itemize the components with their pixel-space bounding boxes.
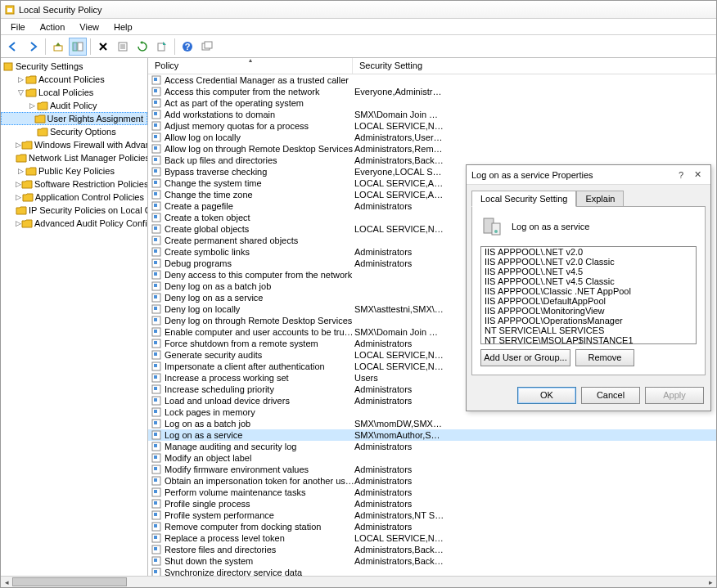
policy-row[interactable]: Synchronize directory service data [148, 567, 716, 576]
policy-icon [151, 201, 163, 211]
tab-explain[interactable]: Explain [576, 191, 624, 207]
policy-name: Manage auditing and security log [165, 442, 354, 451]
forward-button[interactable] [24, 38, 42, 56]
tree-node[interactable]: ▽Local Policies [1, 86, 147, 99]
up-button[interactable] [49, 38, 67, 56]
policy-icon [151, 75, 163, 85]
account-item[interactable]: IIS APPPOOL\.NET v4.5 Classic [481, 276, 696, 286]
tree-node[interactable]: ▷Windows Firewall with Advanced Sec [1, 138, 147, 151]
tree-node[interactable]: User Rights Assignment [1, 112, 147, 125]
policy-row[interactable]: Obtain an impersonation token for anothe… [148, 475, 716, 487]
svg-rect-30 [154, 158, 157, 161]
tree-node[interactable]: ▷Advanced Audit Policy Configuration [1, 217, 147, 230]
scroll-right-icon[interactable]: ▸ [705, 577, 716, 587]
tree-node[interactable]: IP Security Policies on Local Compute [1, 204, 147, 217]
ok-button[interactable]: OK [517, 387, 576, 404]
tree-node-label: Security Options [50, 127, 116, 137]
tree-toggle-icon[interactable]: ▷ [16, 141, 21, 149]
policy-row[interactable]: Allow log on through Remote Desktop Serv… [148, 143, 716, 155]
svg-rect-44 [154, 238, 157, 241]
account-item[interactable]: NT SERVICE\ALL SERVICES [481, 325, 696, 335]
policy-row[interactable]: Access this computer from the networkEve… [148, 86, 716, 97]
accounts-listbox[interactable]: IIS APPPOOL\.NET v2.0IIS APPPOOL\.NET v2… [480, 246, 697, 344]
policy-row[interactable]: Modify firmware environment valuesAdmini… [148, 464, 716, 475]
account-item[interactable]: IIS APPPOOL\OperationsManager [481, 316, 696, 325]
show-hide-tree-button[interactable] [69, 38, 87, 56]
dialog-help-button[interactable]: ? [673, 170, 689, 180]
folder-icon [21, 218, 33, 229]
menu-help[interactable]: Help [107, 20, 139, 34]
tree-toggle-icon[interactable]: ▷ [16, 219, 21, 227]
column-security-setting[interactable]: Security Setting [353, 58, 716, 74]
properties-button[interactable] [114, 38, 132, 56]
policy-row[interactable]: Replace a process level tokenLOCAL SERVI… [148, 532, 716, 544]
tree-pane[interactable]: Security Settings ▷Account Policies▽Loca… [1, 58, 148, 576]
policy-row[interactable]: Profile single processAdministrators [148, 498, 716, 509]
folder-icon [21, 139, 33, 150]
tree-node[interactable]: ▷Audit Policy [1, 99, 147, 112]
help-button[interactable]: ? [178, 38, 196, 56]
policy-row[interactable]: Act as part of the operating system [148, 97, 716, 109]
tree-node[interactable]: Network List Manager Policies [1, 151, 147, 164]
account-item[interactable]: IIS APPPOOL\MonitoringView [481, 306, 696, 316]
export-button[interactable] [153, 38, 171, 56]
tree-node[interactable]: ▷Account Policies [1, 73, 147, 86]
policy-row[interactable]: Log on as a batch jobSMX\momDW,SMX\mo... [148, 418, 716, 429]
tree-node-label: User Rights Assignment [47, 114, 143, 123]
account-item[interactable]: NT SERVICE\MSOLAP$INSTANCE1 [481, 335, 696, 344]
policy-row[interactable]: Perform volume maintenance tasksAdminist… [148, 487, 716, 498]
menu-view[interactable]: View [73, 20, 106, 34]
refresh-button[interactable] [133, 38, 151, 56]
tree-node[interactable]: ▷Application Control Policies [1, 191, 147, 204]
policy-setting: LOCAL SERVICE,NETWO... [354, 121, 444, 131]
tree-toggle-icon[interactable]: ▽ [16, 88, 25, 97]
policy-row[interactable]: Allow log on locallyAdministrators,Users… [148, 132, 716, 143]
policy-row[interactable]: Profile system performanceAdministrators… [148, 509, 716, 521]
delete-button[interactable] [94, 38, 112, 56]
policy-row[interactable]: Restore files and directoriesAdministrat… [148, 544, 716, 555]
policy-row[interactable]: Manage auditing and security logAdminist… [148, 441, 716, 452]
policy-row[interactable]: Log on as a serviceSMX\momAuthor,SMX\... [148, 429, 716, 441]
policy-row[interactable]: Access Credential Manager as a trusted c… [148, 74, 716, 86]
policy-setting: Administrators [354, 384, 444, 394]
policy-row[interactable]: Modify an object label [148, 452, 716, 464]
account-item[interactable]: IIS APPPOOL\.NET v4.5 [481, 267, 696, 276]
add-user-or-group-button[interactable]: Add User or Group... [480, 349, 570, 366]
policy-row[interactable]: Shut down the systemAdministrators,Backu… [148, 555, 716, 567]
tree-toggle-icon[interactable]: ▷ [16, 180, 21, 188]
menu-action[interactable]: Action [34, 20, 72, 34]
policy-name: Debug programs [165, 258, 354, 268]
new-window-button[interactable] [198, 38, 216, 56]
dialog-close-button[interactable]: ✕ [689, 169, 706, 180]
svg-rect-32 [154, 169, 157, 173]
tree-node[interactable]: ▷Public Key Policies [1, 164, 147, 177]
svg-rect-56 [154, 307, 157, 310]
tree-toggle-icon[interactable]: ▷ [27, 101, 37, 110]
tree-node[interactable]: Security Options [1, 125, 147, 138]
policy-row[interactable]: Remove computer from docking stationAdmi… [148, 521, 716, 532]
svg-rect-64 [154, 352, 157, 356]
cancel-button[interactable]: Cancel [581, 387, 640, 404]
tree-root[interactable]: Security Settings [1, 60, 147, 73]
account-item[interactable]: IIS APPPOOL\Classic .NET AppPool [481, 286, 696, 296]
policy-row[interactable]: Adjust memory quotas for a processLOCAL … [148, 120, 716, 132]
tab-local-security-setting[interactable]: Local Security Setting [471, 191, 576, 207]
column-policy[interactable]: ▴ Policy [148, 58, 353, 74]
menu-file[interactable]: File [4, 20, 32, 34]
scroll-left-icon[interactable]: ◂ [1, 577, 12, 587]
tree-node[interactable]: ▷Software Restriction Policies [1, 177, 147, 191]
account-item[interactable]: IIS APPPOOL\DefaultAppPool [481, 296, 696, 306]
account-item[interactable]: IIS APPPOOL\.NET v2.0 [481, 247, 696, 257]
tree-toggle-icon[interactable]: ▷ [16, 167, 25, 175]
dialog-titlebar[interactable]: Log on as a service Properties ? ✕ [467, 165, 710, 185]
remove-button[interactable]: Remove [575, 349, 634, 366]
apply-button[interactable]: Apply [645, 387, 704, 404]
back-button[interactable] [4, 38, 22, 56]
policy-name: Enable computer and user accounts to be … [165, 327, 354, 337]
tree-toggle-icon[interactable]: ▷ [16, 193, 22, 201]
policy-row[interactable]: Add workstations to domainSMX\Domain Joi… [148, 109, 716, 120]
tree-toggle-icon[interactable]: ▷ [16, 75, 25, 83]
svg-rect-84 [154, 467, 157, 470]
account-item[interactable]: IIS APPPOOL\.NET v2.0 Classic [481, 257, 696, 267]
tree-h-scrollbar[interactable]: ◂ ▸ [1, 576, 716, 587]
